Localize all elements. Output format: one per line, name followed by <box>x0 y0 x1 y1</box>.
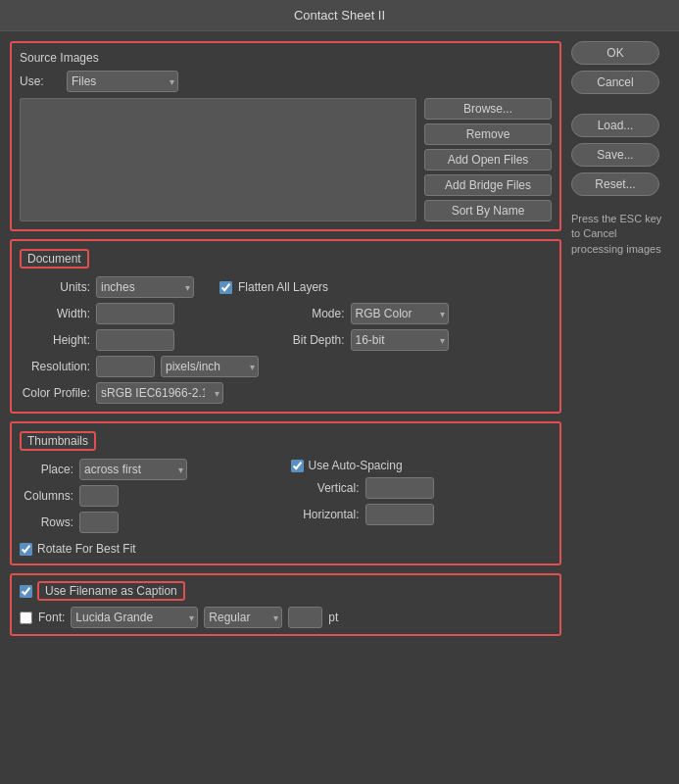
flatten-label: Flatten All Layers <box>238 280 328 294</box>
color-profile-row: Color Profile: sRGB IEC61966-2.1 Adobe R… <box>20 382 281 404</box>
auto-spacing-row: Use Auto-Spacing <box>291 459 553 472</box>
place-wrapper: across first down first <box>79 459 187 480</box>
place-select[interactable]: across first down first <box>79 459 187 480</box>
window-title: Contact Sheet II <box>294 8 385 23</box>
source-images-section: Source Images Use: Files Folder Selected… <box>10 41 561 231</box>
mode-row: Mode: RGB Color CMYK Color Grayscale <box>291 303 553 324</box>
rows-input[interactable]: 6 <box>79 512 119 533</box>
resolution-unit-wrapper: pixels/inch pixels/cm <box>161 356 259 377</box>
units-select-wrapper: inches cm pixels <box>96 276 194 298</box>
font-row: Font: Lucida Grande Arial Helvetica Regu… <box>20 607 552 628</box>
source-buttons: Browse... Remove Add Open Files Add Brid… <box>424 98 552 221</box>
columns-label: Columns: <box>20 489 73 503</box>
cancel-button[interactable]: Cancel <box>571 71 659 94</box>
add-open-files-button[interactable]: Add Open Files <box>424 149 552 171</box>
thumbnails-header: Thumbnails <box>20 431 96 451</box>
thumbs-right: Use Auto-Spacing Vertical: 0.014 in Hori… <box>291 459 553 556</box>
document-section: Document Units: inches cm pixels Flatten… <box>10 239 561 414</box>
horizontal-input[interactable]: 0.014 in <box>365 504 434 525</box>
thumbs-left: Place: across first down first Columns: … <box>20 459 281 556</box>
doc-left-col: Width: 8 Height: 10 Resolution: 300 pixe… <box>20 303 281 404</box>
caption-header-row: Use Filename as Caption <box>20 581 552 601</box>
esc-text: Press the ESC key to Cancel processing i… <box>571 212 669 257</box>
style-wrapper: Regular Bold Italic <box>204 607 282 628</box>
ok-button[interactable]: OK <box>571 41 659 65</box>
vertical-row: Vertical: 0.014 in <box>291 477 553 499</box>
right-panel: OK Cancel Load... Save... Reset... Press… <box>571 41 669 636</box>
columns-row: Columns: 5 <box>20 485 281 507</box>
color-profile-label: Color Profile: <box>20 386 90 400</box>
file-list-area <box>20 98 416 221</box>
place-row: Place: across first down first <box>20 459 281 480</box>
height-row: Height: 10 <box>20 329 281 351</box>
source-images-title: Source Images <box>20 51 552 65</box>
width-row: Width: 8 <box>20 303 281 324</box>
height-label: Height: <box>20 333 90 347</box>
browse-button[interactable]: Browse... <box>424 98 552 120</box>
vertical-input[interactable]: 0.014 in <box>365 477 434 499</box>
mode-select[interactable]: RGB Color CMYK Color Grayscale <box>351 303 449 324</box>
width-label: Width: <box>20 307 90 320</box>
bit-depth-label: Bit Depth: <box>291 333 345 347</box>
font-select[interactable]: Lucida Grande Arial Helvetica <box>71 607 198 628</box>
document-form-grid: Width: 8 Height: 10 Resolution: 300 pixe… <box>20 303 552 404</box>
flatten-checkbox[interactable] <box>219 281 232 294</box>
font-checkbox[interactable] <box>20 612 32 624</box>
font-size-input[interactable]: 12 <box>288 607 322 628</box>
caption-section: Use Filename as Caption Font: Lucida Gra… <box>10 573 561 636</box>
resolution-unit-select[interactable]: pixels/inch pixels/cm <box>161 356 259 377</box>
caption-header: Use Filename as Caption <box>37 581 185 601</box>
font-label: Font: <box>38 611 65 624</box>
left-panel: Source Images Use: Files Folder Selected… <box>10 41 561 636</box>
rotate-checkbox[interactable] <box>20 543 32 556</box>
resolution-label: Resolution: <box>20 360 90 373</box>
title-bar: Contact Sheet II <box>0 0 679 31</box>
color-profile-wrapper: sRGB IEC61966-2.1 Adobe RGB <box>96 382 223 404</box>
bit-depth-select[interactable]: 8-bit 16-bit 32-bit <box>351 329 449 351</box>
auto-spacing-label: Use Auto-Spacing <box>309 459 403 472</box>
sort-by-name-button[interactable]: Sort By Name <box>424 200 552 221</box>
units-row: Units: inches cm pixels Flatten All Laye… <box>20 276 552 298</box>
thumbnails-content: Place: across first down first Columns: … <box>20 459 552 556</box>
auto-spacing-checkbox[interactable] <box>291 460 304 472</box>
rows-label: Rows: <box>20 515 73 529</box>
vertical-label: Vertical: <box>291 481 360 495</box>
units-select[interactable]: inches cm pixels <box>96 276 194 298</box>
caption-checkbox[interactable] <box>20 585 32 598</box>
pt-label: pt <box>328 611 338 624</box>
units-label: Units: <box>20 280 90 294</box>
mode-wrapper: RGB Color CMYK Color Grayscale <box>351 303 449 324</box>
reset-button[interactable]: Reset... <box>571 172 659 196</box>
place-label: Place: <box>20 463 73 476</box>
add-bridge-files-button[interactable]: Add Bridge Files <box>424 174 552 196</box>
rotate-row: Rotate For Best Fit <box>20 542 281 556</box>
bit-depth-wrapper: 8-bit 16-bit 32-bit <box>351 329 449 351</box>
use-select[interactable]: Files Folder Selected Images <box>67 71 178 92</box>
source-content: Browse... Remove Add Open Files Add Brid… <box>20 98 552 221</box>
save-button[interactable]: Save... <box>571 143 659 167</box>
resolution-row: Resolution: 300 pixels/inch pixels/cm <box>20 356 281 377</box>
use-select-wrapper: Files Folder Selected Images <box>67 71 178 92</box>
bit-depth-row: Bit Depth: 8-bit 16-bit 32-bit <box>291 329 553 351</box>
load-button[interactable]: Load... <box>571 114 659 137</box>
horizontal-label: Horizontal: <box>291 508 360 521</box>
color-profile-select[interactable]: sRGB IEC61966-2.1 Adobe RGB <box>96 382 223 404</box>
style-select[interactable]: Regular Bold Italic <box>204 607 282 628</box>
rotate-label: Rotate For Best Fit <box>37 542 136 556</box>
thumbnails-section: Thumbnails Place: across first down firs… <box>10 421 561 565</box>
font-wrapper: Lucida Grande Arial Helvetica <box>71 607 198 628</box>
document-header: Document <box>20 249 89 269</box>
horizontal-row: Horizontal: 0.014 in <box>291 504 553 525</box>
remove-button[interactable]: Remove <box>424 123 552 145</box>
columns-input[interactable]: 5 <box>79 485 119 507</box>
mode-label: Mode: <box>291 307 345 320</box>
use-label: Use: <box>20 74 59 88</box>
width-input[interactable]: 8 <box>96 303 174 324</box>
resolution-input[interactable]: 300 <box>96 356 155 377</box>
rows-row: Rows: 6 <box>20 512 281 533</box>
doc-right-col: Mode: RGB Color CMYK Color Grayscale Bit… <box>291 303 553 404</box>
use-row: Use: Files Folder Selected Images <box>20 71 552 92</box>
flatten-row: Flatten All Layers <box>219 280 552 294</box>
height-input[interactable]: 10 <box>96 329 174 351</box>
